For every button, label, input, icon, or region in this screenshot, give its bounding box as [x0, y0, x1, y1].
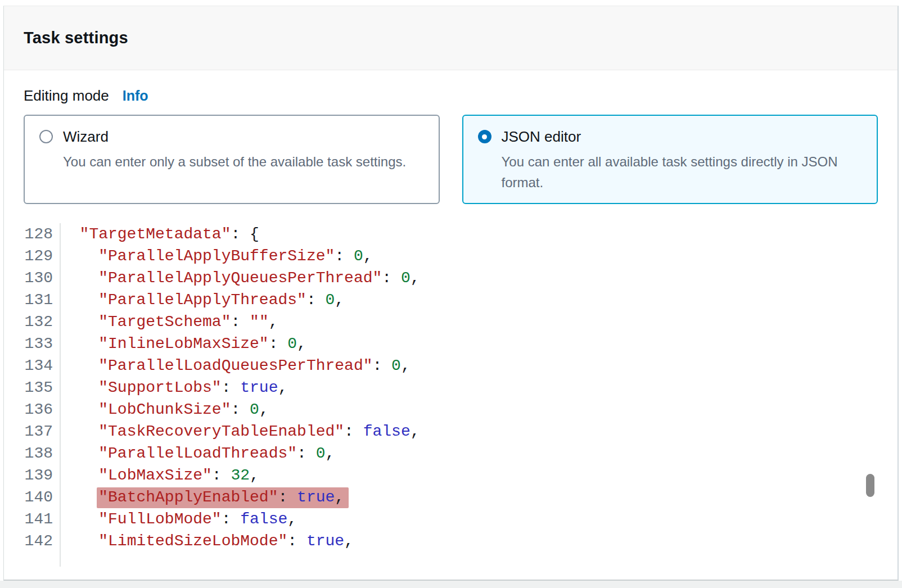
token-punct: , — [344, 532, 354, 550]
code-line[interactable]: 137 "TaskRecoveryTableEnabled": false, — [4, 420, 898, 442]
line-number: 137 — [4, 420, 61, 442]
wizard-option-description: You can enter only a subset of the avail… — [63, 151, 406, 172]
line-number: 141 — [4, 508, 61, 530]
line-number: 132 — [4, 311, 61, 333]
token-key: "TaskRecoveryTableEnabled" — [98, 423, 344, 440]
token-punct: , — [259, 401, 269, 418]
token-punct: , — [278, 379, 287, 396]
token-punct: : — [222, 510, 241, 528]
token-punct: , — [250, 467, 259, 484]
line-number: 136 — [4, 399, 61, 420]
code-text: "ParallelApplyBufferSize": 0, — [61, 245, 373, 267]
token-punct: : { — [231, 225, 259, 243]
editor-scrollbar-thumb[interactable] — [866, 474, 874, 497]
token-punct: , — [297, 335, 306, 352]
wizard-option-label: Wizard — [63, 127, 406, 146]
token-punct: : — [335, 247, 354, 265]
token-punct: , — [401, 357, 411, 374]
code-lines: 128 "TargetMetadata": {129 "ParallelAppl… — [4, 223, 898, 552]
code-text: "ParallelLoadQueuesPerThread": 0, — [61, 355, 411, 377]
info-link[interactable]: Info — [123, 88, 148, 104]
token-num: 0 — [287, 335, 297, 352]
token-key: "InlineLobMaxSize" — [98, 335, 268, 352]
code-text: "ParallelApplyThreads": 0, — [61, 289, 344, 311]
wizard-option-card[interactable]: Wizard You can enter only a subset of th… — [24, 115, 440, 204]
line-number: 131 — [4, 289, 61, 311]
token-key: "ParallelApplyQueuesPerThread" — [98, 269, 382, 287]
token-num: 0 — [250, 401, 259, 418]
code-line-stub — [4, 552, 898, 567]
token-bool: true — [240, 379, 278, 396]
code-line[interactable]: 136 "LobChunkSize": 0, — [4, 399, 898, 420]
token-punct: : — [287, 532, 306, 550]
code-line[interactable]: 129 "ParallelApplyBufferSize": 0, — [4, 245, 898, 267]
token-punct: , — [335, 291, 344, 309]
token-key: "TargetMetadata" — [80, 225, 231, 243]
token-punct: : — [306, 291, 326, 309]
code-text: "LobChunkSize": 0, — [61, 399, 269, 420]
token-punct: , — [363, 247, 373, 265]
token-num: 0 — [401, 269, 411, 287]
token-punct: , — [411, 269, 420, 287]
editing-mode-row: Editing mode Info — [24, 87, 898, 105]
code-line[interactable]: 132 "TargetSchema": "", — [4, 311, 898, 333]
panel-header: Task settings — [4, 6, 898, 70]
token-bool: false — [363, 423, 411, 440]
code-line[interactable]: 135 "SupportLobs": true, — [4, 377, 898, 399]
line-number: 138 — [4, 442, 61, 464]
code-line[interactable]: 141 "FullLobMode": false, — [4, 508, 898, 530]
json-editor-option-label: JSON editor — [502, 127, 862, 146]
code-line[interactable]: 142 "LimitedSizeLobMode": true, — [4, 530, 898, 552]
code-text: "LimitedSizeLobMode": true, — [61, 530, 354, 552]
line-number: 139 — [4, 464, 61, 486]
wizard-radio-button[interactable] — [39, 130, 53, 143]
json-editor-option-description: You can enter all available task setting… — [502, 151, 862, 193]
editing-mode-tiles: Wizard You can enter only a subset of th… — [24, 115, 878, 204]
token-key: "ParallelApplyBufferSize" — [98, 247, 335, 265]
gutter-stub — [4, 552, 61, 567]
code-line[interactable]: 138 "ParallelLoadThreads": 0, — [4, 442, 898, 464]
token-num: 0 — [391, 357, 401, 374]
code-line[interactable]: 134 "ParallelLoadQueuesPerThread": 0, — [4, 355, 898, 377]
token-punct: : — [269, 335, 288, 352]
token-punct: : — [344, 423, 363, 440]
token-punct: , — [287, 510, 297, 528]
code-text: "ParallelLoadThreads": 0, — [61, 442, 335, 464]
token-key: "LobChunkSize" — [98, 401, 231, 418]
token-key: "SupportLobs" — [98, 379, 221, 396]
token-key: "TargetSchema" — [98, 313, 231, 331]
token-punct: : — [212, 467, 231, 484]
token-key: "ParallelLoadQueuesPerThread" — [98, 357, 372, 374]
token-key: "FullLobMode" — [98, 510, 221, 528]
json-editor-option-card[interactable]: JSON editor You can enter all available … — [462, 115, 878, 204]
code-line[interactable]: 128 "TargetMetadata": { — [4, 223, 898, 245]
code-line[interactable]: 140 "BatchApplyEnabled": true, — [4, 486, 898, 508]
token-punct: , — [269, 313, 278, 331]
editing-mode-label: Editing mode — [24, 87, 109, 105]
code-text: "SupportLobs": true, — [61, 377, 287, 399]
token-key: "BatchApplyEnabled" — [98, 489, 278, 506]
code-line[interactable]: 131 "ParallelApplyThreads": 0, — [4, 289, 898, 311]
json-code-editor[interactable]: 128 "TargetMetadata": {129 "ParallelAppl… — [4, 223, 898, 567]
code-text: "TargetSchema": "", — [61, 311, 278, 333]
token-punct: , — [335, 489, 344, 506]
token-bool: false — [240, 510, 287, 528]
token-key: "ParallelApplyThreads" — [98, 291, 306, 309]
code-line[interactable]: 130 "ParallelApplyQueuesPerThread": 0, — [4, 267, 898, 289]
token-key: "LobMaxSize" — [98, 467, 212, 484]
token-num: 0 — [354, 247, 363, 265]
token-punct: : — [297, 445, 316, 462]
json-editor-radio-button[interactable] — [478, 130, 491, 143]
json-editor-option-text: JSON editor You can enter all available … — [502, 127, 862, 193]
line-number: 129 — [4, 245, 61, 267]
line-number: 135 — [4, 377, 61, 399]
code-text: "FullLobMode": false, — [61, 508, 297, 530]
code-text: "LobMaxSize": 32, — [61, 464, 259, 486]
highlighted-code: "BatchApplyEnabled": true, — [97, 487, 349, 508]
line-number: 130 — [4, 267, 61, 289]
code-line[interactable]: 133 "InlineLobMaxSize": 0, — [4, 333, 898, 355]
token-punct: , — [326, 445, 335, 462]
token-punct: : — [231, 401, 250, 418]
code-line[interactable]: 139 "LobMaxSize": 32, — [4, 464, 898, 486]
token-bool: true — [297, 489, 335, 506]
